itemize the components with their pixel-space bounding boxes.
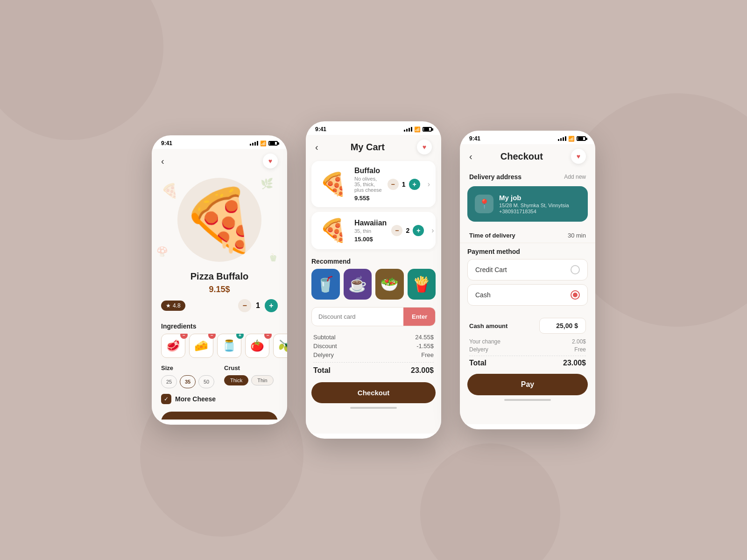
back-button-1[interactable]: ‹ (161, 156, 164, 167)
more-cheese-checkbox[interactable]: ✓ (161, 394, 171, 404)
signal-bars-3 (558, 136, 566, 141)
location-icon: 📍 (479, 198, 490, 210)
recommend-coffee[interactable]: ☕ (344, 269, 372, 300)
pizza-price: 9.15$ (161, 285, 278, 294)
delivery-address-card[interactable]: 📍 My job 15/28 M. Shymka St, Vinnytsia +… (467, 186, 588, 222)
battery-fill-2 (424, 128, 429, 131)
bg-decoration-4 (420, 443, 560, 560)
your-change-label: Your change (469, 338, 500, 345)
add-new-link[interactable]: Add new (564, 174, 586, 180)
size-options: 25 35 50 (161, 375, 215, 388)
star-icon: ★ (166, 302, 171, 309)
heart-icon-1: ♥ (268, 157, 272, 165)
crust-options: Thick Thin (224, 375, 278, 385)
ingredient-tomato[interactable]: 🍅 − (245, 334, 269, 358)
deco-pizza-1: 🍕 (161, 182, 178, 199)
cash-radio[interactable] (571, 290, 580, 300)
wifi-icon-1: 📶 (260, 140, 267, 147)
pizza-image: 🍕 (182, 189, 257, 250)
cart-qty-minus-2[interactable]: − (391, 225, 402, 236)
checkout-summary: Your change 2.00$ Delyery Free Total 23.… (460, 336, 595, 369)
size-35[interactable]: 35 (180, 375, 196, 388)
home-indicator-2 (350, 407, 397, 409)
credit-cart-radio[interactable] (571, 265, 580, 274)
sb3-4 (565, 136, 566, 141)
cart-qty-plus-2[interactable]: + (413, 225, 424, 236)
phone-my-cart: 9:41 📶 ‹ My Cart ♥ (306, 121, 441, 439)
rating-row: ★ 4.8 − 1 + (161, 299, 278, 312)
pizza-image-area: 🍕 🌿 🍄 🫑 🍕 (152, 173, 287, 266)
phone3-content: ‹ Checkout ♥ Delivery address Add new 📍 … (460, 144, 595, 424)
favorite-button-1[interactable]: ♥ (263, 154, 278, 168)
address-street: 15/28 M. Shymka St, Vinnytsia (499, 203, 569, 208)
delivery-value-2: Free (421, 351, 434, 358)
back-button-2[interactable]: ‹ (315, 142, 318, 153)
favorite-button-3[interactable]: ♥ (571, 149, 586, 164)
phones-container: 9:41 📶 ‹ ♥ (152, 121, 595, 439)
sb-2 (406, 129, 408, 132)
cart-header: ‹ My Cart ♥ (306, 135, 441, 161)
back-button-3[interactable]: ‹ (469, 151, 472, 162)
cart-item-info-1: Buffalo No olives, 35, thick,plus cheese… (354, 167, 383, 202)
ingredient-olive[interactable]: 🫒 (273, 334, 287, 358)
cart-qty-plus-1[interactable]: + (409, 179, 420, 190)
checkout-button[interactable]: Checkout (311, 382, 436, 403)
add-cart-button[interactable]: Add Cart (161, 412, 278, 420)
crust-thin[interactable]: Thin (251, 375, 273, 385)
ingredients-title: Ingredients (152, 322, 287, 330)
time-delivery-value: 30 min (568, 232, 586, 239)
sb3-3 (563, 137, 564, 141)
recommend-fries[interactable]: 🍟 (408, 269, 436, 300)
ingredient-cheese[interactable]: 🧀 − (189, 334, 213, 358)
cart-item-desc-2: 35, thin (354, 228, 387, 234)
signal-bars-2 (404, 127, 412, 132)
deco-pepper: 🫑 (268, 253, 278, 262)
ingredient-meat[interactable]: 🥩 − (161, 334, 185, 358)
phone-pizza-detail: 9:41 📶 ‹ ♥ (152, 135, 287, 425)
rating-badge: ★ 4.8 (161, 301, 185, 311)
summary-divider (313, 362, 434, 363)
quantity-plus-1[interactable]: + (265, 299, 278, 312)
recommend-title: Recommend (311, 258, 436, 265)
ingredient-garlic[interactable]: 🫙 + (217, 334, 241, 358)
payment-credit-cart[interactable]: Credit Cart (467, 259, 588, 280)
signal-bar-1 (250, 144, 251, 146)
heart-icon-3: ♥ (577, 153, 580, 160)
favorite-button-2[interactable]: ♥ (417, 140, 432, 154)
cart-qty-minus-1[interactable]: − (388, 179, 399, 190)
cash-amount-label: Cash amount (469, 322, 507, 329)
checkout-total-label: Total (469, 359, 486, 367)
size-50[interactable]: 50 (198, 375, 214, 388)
cart-item-price-1: 9.55$ (354, 195, 383, 202)
rating-value: 4.8 (173, 302, 181, 309)
discount-enter-button[interactable]: Enter (403, 308, 436, 326)
cart-item-desc-1: No olives, 35, thick,plus cheese (354, 176, 383, 193)
more-cheese-row: ✓ More Cheese (152, 394, 287, 404)
cart-qty-value-1: 1 (401, 181, 407, 188)
quantity-value-1: 1 (256, 301, 260, 310)
total-value-2: 23.00$ (411, 366, 434, 375)
size-25[interactable]: 25 (161, 375, 177, 388)
cart-item-right-1: − 1 + (388, 179, 420, 190)
pay-button[interactable]: Pay (467, 374, 588, 395)
summary-discount: Discount -1.55$ (313, 343, 434, 350)
ingredients-row: 🥩 − 🧀 − 🫙 + 🍅 − 🫒 (152, 334, 287, 358)
discount-input[interactable] (312, 308, 403, 326)
cash-amount-value: 25,00 $ (539, 318, 586, 334)
cart-item-name-1: Buffalo (354, 167, 383, 175)
quantity-minus-1[interactable]: − (238, 299, 251, 312)
wifi-icon-3: 📶 (568, 136, 575, 142)
quantity-control-1: − 1 + (238, 299, 278, 312)
payment-cash[interactable]: Cash (467, 284, 588, 306)
sb3-1 (558, 139, 559, 141)
your-change-value: 2.00$ (572, 338, 586, 345)
pizza-info: Pizza Buffalo 9.15$ ★ 4.8 − 1 + (152, 266, 287, 322)
crust-thick[interactable]: Thick (224, 375, 248, 385)
recommend-salad[interactable]: 🥗 (375, 269, 404, 300)
status-bar-1: 9:41 📶 (152, 135, 287, 149)
status-icons-3: 📶 (558, 136, 586, 142)
time-delivery-label: Time of delivery (469, 232, 515, 239)
summary-subtotal: Subtotal 24.55$ (313, 334, 434, 341)
recommend-drink[interactable]: 🥤 (311, 269, 340, 300)
delivery-section-title: Delivery address (469, 173, 521, 181)
